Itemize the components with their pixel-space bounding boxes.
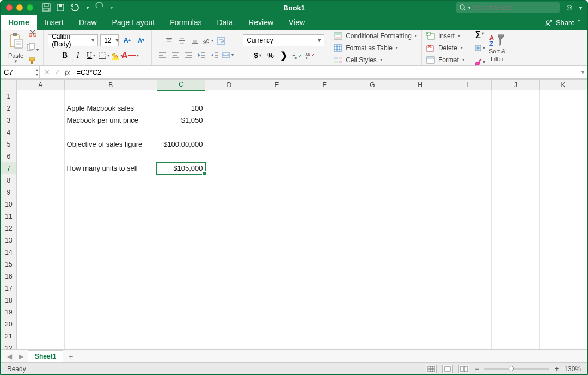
row-header-19[interactable]: 19 (1, 306, 17, 318)
row-header-8[interactable]: 8 (1, 174, 17, 186)
cell-B13[interactable] (64, 234, 157, 246)
cell-D14[interactable] (205, 246, 253, 258)
decrease-font-icon[interactable]: A▾ (135, 34, 147, 46)
cell-B1[interactable] (64, 90, 157, 102)
cell-C4[interactable] (157, 126, 205, 138)
cell-E14[interactable] (253, 246, 301, 258)
cell-I4[interactable] (444, 126, 492, 138)
cell-B4[interactable] (64, 126, 157, 138)
col-header-H[interactable]: H (396, 80, 444, 90)
align-right-icon[interactable] (182, 49, 194, 61)
col-header-B[interactable]: B (64, 80, 157, 90)
cell-F10[interactable] (301, 198, 348, 210)
cell-B20[interactable] (64, 318, 157, 330)
cell-D16[interactable] (205, 270, 253, 282)
cell-A12[interactable] (16, 222, 64, 234)
cell-H18[interactable] (396, 294, 444, 306)
cell-A4[interactable] (16, 126, 64, 138)
cell-H13[interactable] (396, 234, 444, 246)
cell-B18[interactable] (64, 294, 157, 306)
cell-K13[interactable] (540, 234, 587, 246)
cell-E20[interactable] (253, 318, 301, 330)
cell-A7[interactable] (16, 162, 64, 174)
orientation-icon[interactable]: ab▾ (202, 35, 214, 47)
row-header-21[interactable]: 21 (1, 330, 17, 342)
cell-E13[interactable] (253, 234, 301, 246)
cell-G19[interactable] (348, 306, 396, 318)
comma-icon[interactable]: ❯ (278, 50, 290, 62)
cell-E7[interactable] (253, 162, 301, 174)
copy-icon[interactable]: ▾ (27, 43, 39, 53)
cell-G13[interactable] (348, 234, 396, 246)
row-header-22[interactable]: 22 (1, 342, 17, 350)
cell-I1[interactable] (444, 90, 492, 102)
col-header-K[interactable]: K (540, 80, 587, 90)
cell-G4[interactable] (348, 126, 396, 138)
cell-J11[interactable] (492, 210, 540, 222)
cell-A16[interactable] (16, 270, 64, 282)
percent-icon[interactable]: % (265, 50, 277, 62)
row-header-17[interactable]: 17 (1, 282, 17, 294)
col-header-D[interactable]: D (205, 80, 253, 90)
cell-J16[interactable] (492, 270, 540, 282)
cell-D5[interactable] (205, 138, 253, 150)
view-normal-icon[interactable] (426, 365, 437, 373)
cell-I16[interactable] (444, 270, 492, 282)
cell-H16[interactable] (396, 270, 444, 282)
cell-C11[interactable] (157, 210, 205, 222)
tab-insert[interactable]: Insert (37, 15, 71, 30)
add-sheet-button[interactable]: + (65, 352, 76, 361)
cell-H14[interactable] (396, 246, 444, 258)
cell-B19[interactable] (64, 306, 157, 318)
cell-J19[interactable] (492, 306, 540, 318)
cell-E22[interactable] (253, 342, 301, 350)
cell-E2[interactable] (253, 102, 301, 114)
increase-decimal-icon[interactable]: .0.00 (291, 50, 303, 62)
cell-E18[interactable] (253, 294, 301, 306)
cell-H15[interactable] (396, 258, 444, 270)
font-color-button[interactable]: A▾ (124, 50, 136, 62)
cell-B5[interactable]: Objective of sales figure (64, 138, 157, 150)
cell-J4[interactable] (492, 126, 540, 138)
tab-view[interactable]: View (281, 15, 313, 30)
cell-C12[interactable] (157, 222, 205, 234)
cell-K6[interactable] (540, 150, 587, 162)
cell-C10[interactable] (157, 198, 205, 210)
cell-B12[interactable] (64, 222, 157, 234)
cell-F6[interactable] (301, 150, 348, 162)
formula-bar-expand[interactable]: ▼ (578, 66, 587, 78)
cell-J18[interactable] (492, 294, 540, 306)
redo-dropdown[interactable]: ▼ (109, 5, 114, 10)
cell-H9[interactable] (396, 186, 444, 198)
enter-formula-icon[interactable]: ✓ (54, 68, 60, 76)
cell-D6[interactable] (205, 150, 253, 162)
cell-styles-button[interactable]: Cell Styles▾ (334, 55, 417, 65)
cell-J9[interactable] (492, 186, 540, 198)
cell-F12[interactable] (301, 222, 348, 234)
cell-F7[interactable] (301, 162, 348, 174)
cell-D11[interactable] (205, 210, 253, 222)
cell-J13[interactable] (492, 234, 540, 246)
italic-button[interactable]: I (72, 50, 84, 62)
cell-C17[interactable] (157, 282, 205, 294)
cell-D9[interactable] (205, 186, 253, 198)
cell-D12[interactable] (205, 222, 253, 234)
cell-A20[interactable] (16, 318, 64, 330)
fx-icon[interactable]: fx (65, 68, 70, 77)
cell-B22[interactable] (64, 342, 157, 350)
zoom-in-button[interactable]: + (555, 365, 559, 373)
cell-J22[interactable] (492, 342, 540, 350)
tab-page-layout[interactable]: Page Layout (105, 15, 163, 30)
cell-B8[interactable] (64, 174, 157, 186)
cell-I19[interactable] (444, 306, 492, 318)
insert-cells-button[interactable]: Insert▾ (426, 31, 464, 41)
cell-G1[interactable] (348, 90, 396, 102)
cell-G22[interactable] (348, 342, 396, 350)
cell-G20[interactable] (348, 318, 396, 330)
cell-K12[interactable] (540, 222, 587, 234)
cell-K11[interactable] (540, 210, 587, 222)
cell-H1[interactable] (396, 90, 444, 102)
row-header-12[interactable]: 12 (1, 222, 17, 234)
feedback-icon[interactable]: ☺ (565, 3, 574, 13)
cell-A3[interactable] (16, 114, 64, 126)
